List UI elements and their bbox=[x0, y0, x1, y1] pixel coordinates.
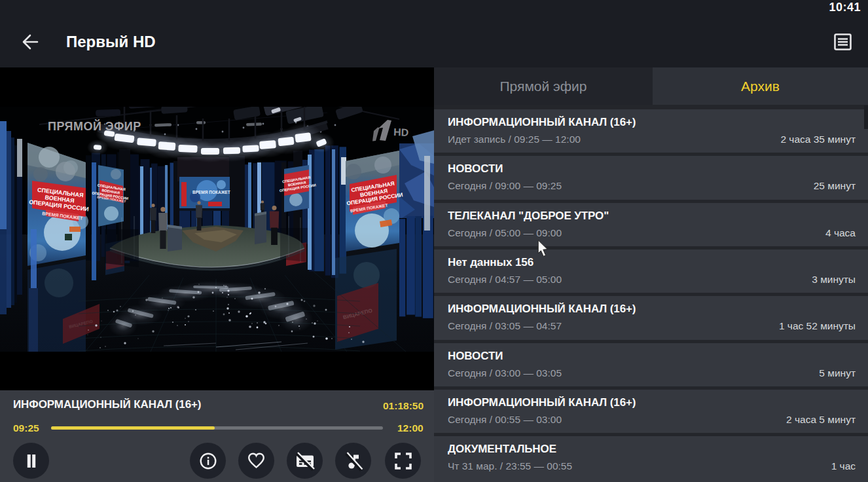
svg-text:ПРЯМОЙ ЭФИР: ПРЯМОЙ ЭФИР bbox=[48, 119, 141, 133]
svg-text:HD: HD bbox=[393, 126, 409, 138]
svg-text:ВРЕМЯ ПОКАЖЕТ: ВРЕМЯ ПОКАЖЕТ bbox=[192, 190, 230, 195]
